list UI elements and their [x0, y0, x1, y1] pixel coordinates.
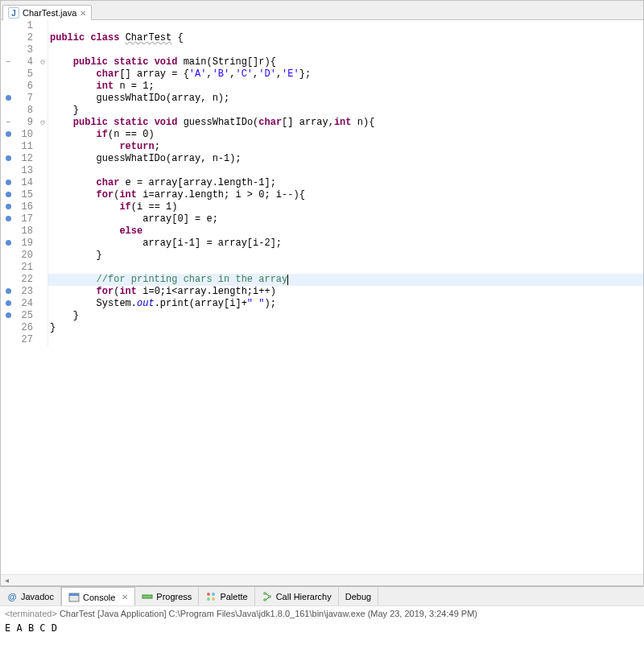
gutter-marker[interactable] [1, 44, 15, 56]
code-editor[interactable]: 1234⊖56789⊖10111213141516171819202122232… [1, 20, 643, 574]
tab-debug[interactable]: Debug [339, 587, 378, 605]
gutter-marker[interactable] [1, 153, 15, 165]
close-icon[interactable]: ✕ [122, 593, 128, 601]
fold-toggle[interactable] [38, 129, 47, 141]
gutter-marker[interactable] [1, 310, 15, 322]
fold-toggle[interactable] [38, 286, 47, 298]
gutter-marker[interactable] [1, 129, 15, 141]
fold-toggle[interactable] [38, 68, 47, 81]
fold-toggle[interactable] [38, 141, 47, 153]
code-line[interactable]: public static void main(String[]r){ [48, 56, 643, 68]
gutter-marker[interactable] [1, 262, 15, 274]
fold-toggle[interactable] [38, 81, 47, 93]
line-number: 23 [15, 286, 38, 298]
console-icon [68, 592, 80, 603]
gutter-marker[interactable] [1, 189, 15, 201]
fold-toggle[interactable] [38, 334, 47, 346]
gutter-marker[interactable] [1, 274, 15, 286]
line-number: 16 [15, 201, 38, 213]
editor-tab-chartest[interactable]: J CharTest.java ✕ [2, 5, 92, 20]
gutter-marker[interactable] [1, 141, 15, 153]
gutter-marker[interactable] [1, 165, 15, 177]
gutter-marker[interactable] [1, 334, 15, 346]
fold-toggle[interactable] [38, 177, 47, 189]
code-line[interactable]: public class CharTest { [48, 32, 643, 44]
code-line[interactable]: array[i-1] = array[i-2]; [48, 238, 643, 250]
gutter-marker[interactable] [1, 298, 15, 310]
code-line[interactable]: int n = 1; [48, 81, 643, 93]
fold-toggle[interactable] [38, 153, 47, 165]
code-line[interactable]: guessWhatIDo(array, n); [48, 93, 643, 105]
fold-toggle[interactable]: ⊖ [38, 117, 47, 129]
code-line[interactable] [48, 44, 643, 56]
gutter-marker[interactable] [1, 117, 15, 129]
gutter-marker[interactable] [1, 286, 15, 298]
gutter-marker[interactable] [1, 177, 15, 189]
code-line[interactable]: } [48, 310, 643, 322]
fold-toggle[interactable] [38, 93, 47, 105]
console-output[interactable]: E A B C D [0, 621, 644, 653]
close-icon[interactable]: ✕ [80, 9, 86, 18]
fold-toggle[interactable] [38, 322, 47, 334]
code-line[interactable]: if(i == 1) [48, 201, 643, 213]
fold-toggle[interactable] [38, 298, 47, 310]
code-line[interactable]: System.out.print(array[i]+" "); [48, 298, 643, 310]
code-line[interactable]: //for printing chars in the array [48, 274, 643, 286]
tab-progress[interactable]: Progress [135, 587, 199, 605]
fold-toggle[interactable] [38, 44, 47, 56]
gutter-marker[interactable] [1, 20, 15, 32]
gutter-marker[interactable] [1, 105, 15, 117]
fold-toggle[interactable] [38, 274, 47, 286]
code-line[interactable]: else [48, 225, 643, 238]
code-line[interactable] [48, 20, 643, 32]
gutter-marker[interactable] [1, 250, 15, 262]
fold-toggle[interactable] [38, 165, 47, 177]
gutter-marker[interactable] [1, 225, 15, 238]
gutter-marker[interactable] [1, 32, 15, 44]
code-line[interactable] [48, 262, 643, 274]
code-line[interactable]: for(int i=array.length; i > 0; i--){ [48, 189, 643, 201]
code-line[interactable]: return; [48, 141, 643, 153]
gutter-marker[interactable] [1, 322, 15, 334]
code-line[interactable]: for(int i=0;i<array.length;i++) [48, 286, 643, 298]
code-line[interactable]: if(n == 0) [48, 129, 643, 141]
code-line[interactable]: public static void guessWhatIDo(char[] a… [48, 117, 643, 129]
fold-toggle[interactable] [38, 20, 47, 32]
gutter-marker[interactable] [1, 68, 15, 81]
tab-call-hierarchy[interactable]: Call Hierarchy [255, 587, 339, 605]
fold-toggle[interactable] [38, 105, 47, 117]
editor-tab-bar: J CharTest.java ✕ [1, 1, 643, 20]
gutter-marker[interactable] [1, 238, 15, 250]
fold-toggle[interactable]: ⊖ [38, 56, 47, 68]
gutter-marker[interactable] [1, 56, 15, 68]
fold-toggle[interactable] [38, 189, 47, 201]
scroll-left-icon[interactable]: ◂ [1, 576, 12, 585]
code-line[interactable] [48, 165, 643, 177]
fold-toggle[interactable] [38, 310, 47, 322]
code-line[interactable]: } [48, 105, 643, 117]
fold-toggle[interactable] [38, 213, 47, 225]
fold-toggle[interactable] [38, 32, 47, 44]
fold-toggle[interactable] [38, 201, 47, 213]
code-line[interactable] [48, 334, 643, 346]
code-line[interactable]: char e = array[array.length-1]; [48, 177, 643, 189]
fold-toggle[interactable] [38, 262, 47, 274]
tab-javadoc[interactable]: @ Javadoc [0, 587, 61, 605]
gutter-marker[interactable] [1, 93, 15, 105]
line-number: 6 [15, 81, 38, 93]
code-line[interactable]: char[] array = {'A','B','C','D','E'}; [48, 68, 643, 81]
code-line[interactable]: guessWhatIDo(array, n-1); [48, 153, 643, 165]
editor-horizontal-scrollbar[interactable]: ◂ [1, 574, 643, 585]
code-line[interactable]: } [48, 250, 643, 262]
fold-toggle[interactable] [38, 238, 47, 250]
fold-toggle[interactable] [38, 225, 47, 238]
gutter-marker[interactable] [1, 201, 15, 213]
code-line[interactable]: } [48, 322, 643, 334]
tab-palette[interactable]: Palette [199, 587, 254, 605]
line-number: 27 [15, 334, 38, 346]
gutter-marker[interactable] [1, 81, 15, 93]
gutter-marker[interactable] [1, 213, 15, 225]
code-line[interactable]: array[0] = e; [48, 213, 643, 225]
fold-toggle[interactable] [38, 250, 47, 262]
tab-console[interactable]: Console ✕ [61, 587, 135, 606]
